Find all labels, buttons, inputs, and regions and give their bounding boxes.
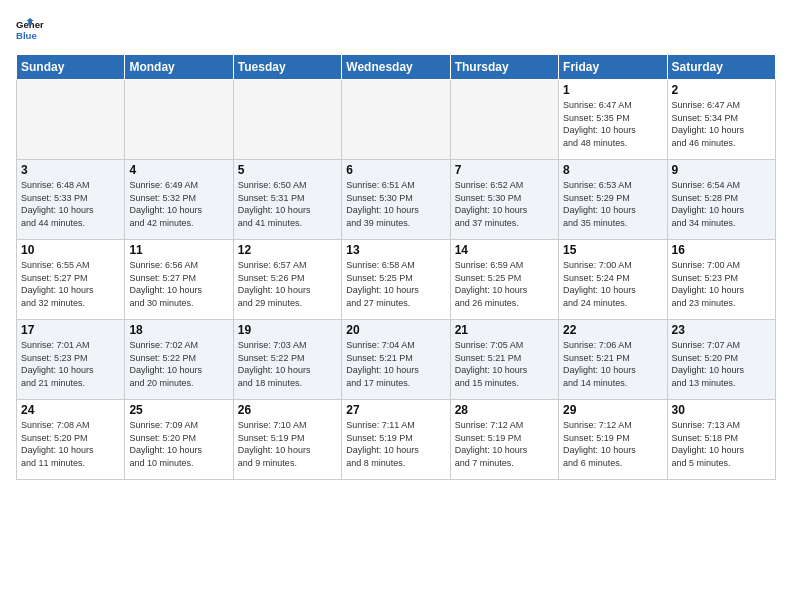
- day-number: 16: [672, 243, 771, 257]
- day-header-wednesday: Wednesday: [342, 55, 450, 80]
- day-number: 27: [346, 403, 445, 417]
- day-info: Sunrise: 7:10 AM Sunset: 5:19 PM Dayligh…: [238, 419, 337, 469]
- day-info: Sunrise: 7:01 AM Sunset: 5:23 PM Dayligh…: [21, 339, 120, 389]
- calendar-cell: 26Sunrise: 7:10 AM Sunset: 5:19 PM Dayli…: [233, 400, 341, 480]
- day-info: Sunrise: 6:59 AM Sunset: 5:25 PM Dayligh…: [455, 259, 554, 309]
- day-info: Sunrise: 6:56 AM Sunset: 5:27 PM Dayligh…: [129, 259, 228, 309]
- day-info: Sunrise: 6:47 AM Sunset: 5:34 PM Dayligh…: [672, 99, 771, 149]
- day-number: 24: [21, 403, 120, 417]
- calendar-cell: [125, 80, 233, 160]
- calendar-cell: 6Sunrise: 6:51 AM Sunset: 5:30 PM Daylig…: [342, 160, 450, 240]
- calendar-cell: 2Sunrise: 6:47 AM Sunset: 5:34 PM Daylig…: [667, 80, 775, 160]
- day-number: 18: [129, 323, 228, 337]
- day-info: Sunrise: 7:12 AM Sunset: 5:19 PM Dayligh…: [455, 419, 554, 469]
- day-header-thursday: Thursday: [450, 55, 558, 80]
- calendar-cell: 18Sunrise: 7:02 AM Sunset: 5:22 PM Dayli…: [125, 320, 233, 400]
- day-number: 15: [563, 243, 662, 257]
- day-info: Sunrise: 7:08 AM Sunset: 5:20 PM Dayligh…: [21, 419, 120, 469]
- calendar-week-row: 17Sunrise: 7:01 AM Sunset: 5:23 PM Dayli…: [17, 320, 776, 400]
- day-info: Sunrise: 7:11 AM Sunset: 5:19 PM Dayligh…: [346, 419, 445, 469]
- day-header-saturday: Saturday: [667, 55, 775, 80]
- day-info: Sunrise: 6:48 AM Sunset: 5:33 PM Dayligh…: [21, 179, 120, 229]
- day-number: 7: [455, 163, 554, 177]
- calendar-cell: 1Sunrise: 6:47 AM Sunset: 5:35 PM Daylig…: [559, 80, 667, 160]
- calendar-cell: 24Sunrise: 7:08 AM Sunset: 5:20 PM Dayli…: [17, 400, 125, 480]
- day-info: Sunrise: 7:05 AM Sunset: 5:21 PM Dayligh…: [455, 339, 554, 389]
- day-number: 6: [346, 163, 445, 177]
- logo-icon: General Blue: [16, 16, 44, 44]
- day-number: 1: [563, 83, 662, 97]
- calendar-cell: 16Sunrise: 7:00 AM Sunset: 5:23 PM Dayli…: [667, 240, 775, 320]
- calendar-cell: 9Sunrise: 6:54 AM Sunset: 5:28 PM Daylig…: [667, 160, 775, 240]
- day-info: Sunrise: 6:58 AM Sunset: 5:25 PM Dayligh…: [346, 259, 445, 309]
- day-info: Sunrise: 6:49 AM Sunset: 5:32 PM Dayligh…: [129, 179, 228, 229]
- day-number: 8: [563, 163, 662, 177]
- calendar-cell: [342, 80, 450, 160]
- calendar-cell: 30Sunrise: 7:13 AM Sunset: 5:18 PM Dayli…: [667, 400, 775, 480]
- calendar-cell: [450, 80, 558, 160]
- calendar-cell: 11Sunrise: 6:56 AM Sunset: 5:27 PM Dayli…: [125, 240, 233, 320]
- day-number: 25: [129, 403, 228, 417]
- calendar-week-row: 24Sunrise: 7:08 AM Sunset: 5:20 PM Dayli…: [17, 400, 776, 480]
- calendar-cell: 29Sunrise: 7:12 AM Sunset: 5:19 PM Dayli…: [559, 400, 667, 480]
- day-header-sunday: Sunday: [17, 55, 125, 80]
- day-number: 19: [238, 323, 337, 337]
- day-number: 13: [346, 243, 445, 257]
- calendar-cell: [17, 80, 125, 160]
- calendar-cell: 14Sunrise: 6:59 AM Sunset: 5:25 PM Dayli…: [450, 240, 558, 320]
- calendar-header-row: SundayMondayTuesdayWednesdayThursdayFrid…: [17, 55, 776, 80]
- calendar-cell: 22Sunrise: 7:06 AM Sunset: 5:21 PM Dayli…: [559, 320, 667, 400]
- day-number: 23: [672, 323, 771, 337]
- calendar-cell: 12Sunrise: 6:57 AM Sunset: 5:26 PM Dayli…: [233, 240, 341, 320]
- day-info: Sunrise: 7:09 AM Sunset: 5:20 PM Dayligh…: [129, 419, 228, 469]
- page-header: General Blue: [16, 16, 776, 44]
- day-info: Sunrise: 6:51 AM Sunset: 5:30 PM Dayligh…: [346, 179, 445, 229]
- svg-text:Blue: Blue: [16, 30, 37, 41]
- day-header-tuesday: Tuesday: [233, 55, 341, 80]
- day-number: 10: [21, 243, 120, 257]
- calendar-cell: [233, 80, 341, 160]
- calendar-cell: 19Sunrise: 7:03 AM Sunset: 5:22 PM Dayli…: [233, 320, 341, 400]
- calendar-cell: 7Sunrise: 6:52 AM Sunset: 5:30 PM Daylig…: [450, 160, 558, 240]
- day-info: Sunrise: 7:13 AM Sunset: 5:18 PM Dayligh…: [672, 419, 771, 469]
- calendar-cell: 4Sunrise: 6:49 AM Sunset: 5:32 PM Daylig…: [125, 160, 233, 240]
- day-number: 5: [238, 163, 337, 177]
- calendar-cell: 25Sunrise: 7:09 AM Sunset: 5:20 PM Dayli…: [125, 400, 233, 480]
- day-info: Sunrise: 6:54 AM Sunset: 5:28 PM Dayligh…: [672, 179, 771, 229]
- calendar-cell: 3Sunrise: 6:48 AM Sunset: 5:33 PM Daylig…: [17, 160, 125, 240]
- day-info: Sunrise: 6:50 AM Sunset: 5:31 PM Dayligh…: [238, 179, 337, 229]
- day-info: Sunrise: 7:12 AM Sunset: 5:19 PM Dayligh…: [563, 419, 662, 469]
- calendar-cell: 5Sunrise: 6:50 AM Sunset: 5:31 PM Daylig…: [233, 160, 341, 240]
- calendar-cell: 28Sunrise: 7:12 AM Sunset: 5:19 PM Dayli…: [450, 400, 558, 480]
- calendar-cell: 17Sunrise: 7:01 AM Sunset: 5:23 PM Dayli…: [17, 320, 125, 400]
- day-number: 14: [455, 243, 554, 257]
- day-number: 2: [672, 83, 771, 97]
- day-number: 21: [455, 323, 554, 337]
- day-info: Sunrise: 7:00 AM Sunset: 5:23 PM Dayligh…: [672, 259, 771, 309]
- calendar-cell: 15Sunrise: 7:00 AM Sunset: 5:24 PM Dayli…: [559, 240, 667, 320]
- day-info: Sunrise: 7:02 AM Sunset: 5:22 PM Dayligh…: [129, 339, 228, 389]
- calendar-week-row: 3Sunrise: 6:48 AM Sunset: 5:33 PM Daylig…: [17, 160, 776, 240]
- day-info: Sunrise: 7:00 AM Sunset: 5:24 PM Dayligh…: [563, 259, 662, 309]
- day-header-friday: Friday: [559, 55, 667, 80]
- day-number: 22: [563, 323, 662, 337]
- day-number: 12: [238, 243, 337, 257]
- calendar-cell: 27Sunrise: 7:11 AM Sunset: 5:19 PM Dayli…: [342, 400, 450, 480]
- day-info: Sunrise: 6:53 AM Sunset: 5:29 PM Dayligh…: [563, 179, 662, 229]
- day-info: Sunrise: 7:07 AM Sunset: 5:20 PM Dayligh…: [672, 339, 771, 389]
- calendar-cell: 21Sunrise: 7:05 AM Sunset: 5:21 PM Dayli…: [450, 320, 558, 400]
- logo: General Blue: [16, 16, 44, 44]
- day-number: 3: [21, 163, 120, 177]
- day-number: 26: [238, 403, 337, 417]
- day-number: 28: [455, 403, 554, 417]
- day-number: 17: [21, 323, 120, 337]
- calendar-week-row: 1Sunrise: 6:47 AM Sunset: 5:35 PM Daylig…: [17, 80, 776, 160]
- day-number: 9: [672, 163, 771, 177]
- day-info: Sunrise: 6:55 AM Sunset: 5:27 PM Dayligh…: [21, 259, 120, 309]
- calendar-cell: 20Sunrise: 7:04 AM Sunset: 5:21 PM Dayli…: [342, 320, 450, 400]
- day-number: 29: [563, 403, 662, 417]
- day-header-monday: Monday: [125, 55, 233, 80]
- day-info: Sunrise: 6:57 AM Sunset: 5:26 PM Dayligh…: [238, 259, 337, 309]
- calendar-cell: 13Sunrise: 6:58 AM Sunset: 5:25 PM Dayli…: [342, 240, 450, 320]
- day-number: 30: [672, 403, 771, 417]
